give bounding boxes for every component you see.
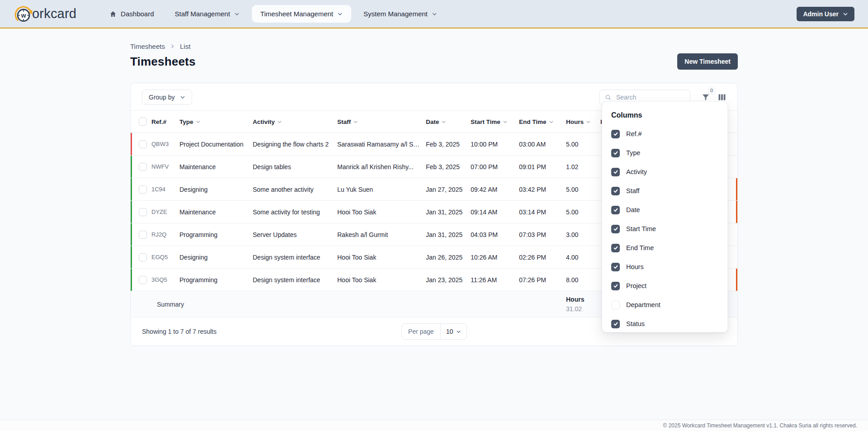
- cell-hours: 3.00: [566, 223, 600, 246]
- column-toggle-item[interactable]: Activity: [611, 162, 718, 181]
- column-checkbox[interactable]: [611, 168, 620, 176]
- column-checkbox[interactable]: [611, 320, 620, 328]
- row-checkbox[interactable]: [139, 253, 147, 261]
- column-checkbox[interactable]: [611, 187, 620, 195]
- column-header-activity[interactable]: Activity: [253, 110, 337, 133]
- column-toggle-item[interactable]: Staff: [611, 181, 718, 200]
- column-toggle-label: Date: [626, 206, 640, 213]
- column-toggle-item[interactable]: Date: [611, 200, 718, 219]
- column-toggle-item[interactable]: Department: [611, 295, 718, 314]
- column-toggle-item[interactable]: End Time: [611, 238, 718, 257]
- group-by-button[interactable]: Group by: [142, 90, 192, 105]
- breadcrumb-timesheets[interactable]: Timesheets: [130, 43, 165, 50]
- cell-hours: 5.00: [566, 201, 600, 223]
- column-toggle-item[interactable]: Start Time: [611, 219, 718, 238]
- cell-date: Jan 26, 2025: [426, 246, 471, 269]
- sort-chevron-icon: [353, 119, 358, 124]
- row-checkbox[interactable]: [139, 185, 147, 194]
- column-header-end-time[interactable]: End Time: [519, 110, 566, 133]
- new-timesheet-button[interactable]: New Timesheet: [677, 53, 738, 70]
- chevron-down-icon: [337, 11, 343, 17]
- column-checkbox[interactable]: [611, 301, 620, 309]
- row-checkbox[interactable]: [139, 208, 147, 216]
- nav-item-dashboard[interactable]: Dashboard: [101, 5, 162, 23]
- cell-date: Jan 23, 2025: [426, 269, 471, 291]
- column-header-hours[interactable]: Hours: [566, 110, 600, 133]
- chevron-down-icon: [234, 11, 240, 17]
- top-navbar: w orkcard Dashboard Staff Management Tim…: [0, 0, 868, 28]
- sort-chevron-icon: [441, 119, 446, 124]
- sort-chevron-icon: [196, 119, 201, 124]
- row-checkbox[interactable]: [139, 276, 147, 284]
- column-header-date[interactable]: Date: [426, 110, 471, 133]
- check-icon: [613, 207, 618, 213]
- nav-label-system-management: System Management: [363, 10, 428, 18]
- column-toggle-item[interactable]: Ref.#: [611, 124, 718, 143]
- page-footer: © 2025 Workcard Timesheet Management v1.…: [0, 420, 868, 431]
- column-checkbox[interactable]: [611, 263, 620, 271]
- cell-start-time: 09:42 AM: [471, 178, 519, 201]
- column-toggle-item[interactable]: Type: [611, 143, 718, 162]
- column-checkbox[interactable]: [611, 225, 620, 233]
- row-right-accent: [736, 246, 737, 268]
- admin-user-menu-button[interactable]: Admin User: [797, 7, 854, 21]
- per-page-label: Per page: [402, 324, 441, 339]
- column-checkbox[interactable]: [611, 244, 620, 252]
- column-header-type[interactable]: Type: [179, 110, 253, 133]
- column-toggle-item[interactable]: Project: [611, 276, 718, 295]
- column-toggle-item[interactable]: Hours: [611, 257, 718, 276]
- cell-hours: 5.00: [566, 178, 600, 201]
- nav-label-timesheet-management: Timesheet Management: [260, 10, 333, 18]
- check-icon: [613, 245, 618, 251]
- admin-user-label: Admin User: [803, 10, 839, 18]
- per-page-value: 10: [446, 328, 453, 335]
- cell-staff: Hooi Too Siak: [337, 246, 426, 269]
- cell-activity: Design system interface: [253, 246, 337, 269]
- cell-end-time: 02:26 PM: [519, 246, 566, 269]
- workcard-logo[interactable]: w orkcard: [14, 4, 76, 24]
- column-toggle-item[interactable]: Status: [611, 314, 718, 333]
- column-checkbox[interactable]: [611, 206, 620, 214]
- check-icon: [613, 131, 618, 137]
- row-status-accent: [131, 178, 132, 200]
- cell-date: Jan 27, 2025: [426, 178, 471, 201]
- cell-start-time: 11:26 AM: [471, 269, 519, 291]
- nav-item-system-management[interactable]: System Management: [355, 5, 446, 23]
- check-icon: [613, 150, 618, 156]
- row-checkbox[interactable]: [139, 163, 147, 171]
- cell-ref: QBW3: [151, 133, 179, 156]
- svg-text:w: w: [21, 12, 26, 19]
- cell-end-time: 03:42 PM: [519, 178, 566, 201]
- nav-item-timesheet-management[interactable]: Timesheet Management: [252, 5, 351, 23]
- cell-staff: Manrick a/l Krishen Rishy...: [337, 156, 426, 178]
- workcard-logo-icon: w: [14, 4, 34, 24]
- column-header-ref: Ref.#: [151, 110, 179, 133]
- search-input[interactable]: [615, 93, 684, 101]
- cell-start-time: 07:00 PM: [471, 156, 519, 178]
- column-header-staff[interactable]: Staff: [337, 110, 426, 133]
- cell-end-time: 09:01 PM: [519, 156, 566, 178]
- home-icon: [109, 10, 117, 18]
- nav-item-staff-management[interactable]: Staff Management: [166, 5, 248, 23]
- cell-end-time: 07:26 PM: [519, 269, 566, 291]
- cell-type: Maintenance: [179, 201, 253, 223]
- select-all-checkbox[interactable]: [139, 118, 147, 126]
- cell-start-time: 10:26 AM: [471, 246, 519, 269]
- column-header-start-time[interactable]: Start Time: [471, 110, 519, 133]
- cell-activity: Some another activity: [253, 178, 337, 201]
- row-checkbox[interactable]: [139, 231, 147, 239]
- column-checkbox[interactable]: [611, 130, 620, 138]
- column-toggle-label: Project: [626, 282, 646, 289]
- row-checkbox[interactable]: [139, 140, 147, 148]
- cell-ref: 1C94: [151, 178, 179, 201]
- column-checkbox[interactable]: [611, 282, 620, 290]
- cell-hours: 5.00: [566, 133, 600, 156]
- per-page-selector[interactable]: Per page 10: [401, 323, 467, 340]
- column-checkbox[interactable]: [611, 149, 620, 157]
- row-right-accent: [736, 178, 737, 200]
- cell-ref: RJ2Q: [151, 223, 179, 246]
- chevron-down-icon: [456, 329, 461, 334]
- columns-panel-title: Columns: [611, 111, 718, 119]
- group-by-label: Group by: [149, 94, 175, 101]
- cell-start-time: 09:14 AM: [471, 201, 519, 223]
